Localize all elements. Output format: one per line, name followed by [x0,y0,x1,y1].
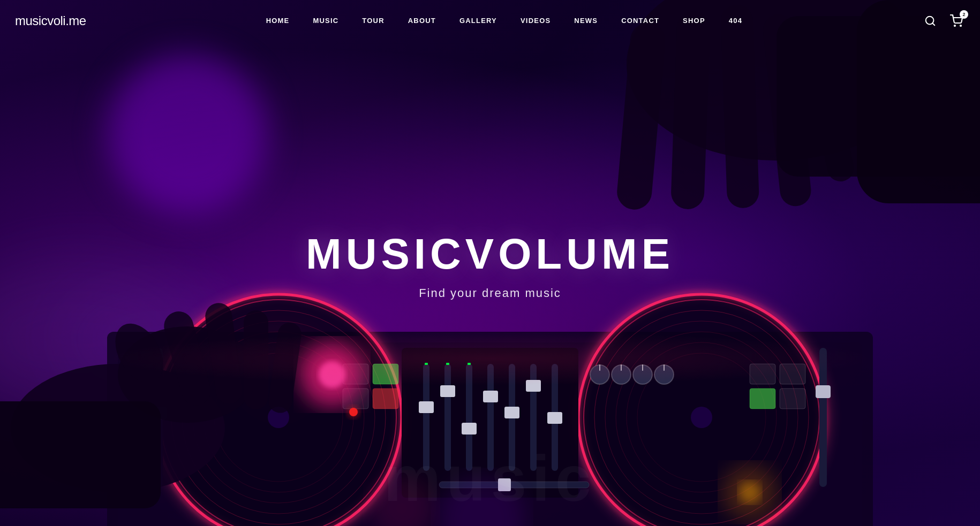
svg-rect-30 [419,401,434,413]
hero-watermark: music [384,441,597,515]
svg-point-85 [347,406,360,418]
nav-item-music[interactable]: MUSIC [301,0,350,41]
main-navigation: HOME MUSIC TOUR ABOUT GALLERY VIDEOS NEW… [86,0,922,41]
svg-rect-80 [446,363,449,365]
site-header: musicvoli.me HOME MUSIC TOUR ABOUT GALLE… [0,0,980,41]
hero-subtitle: Find your dream music [306,286,674,300]
nav-item-videos[interactable]: VIDEOS [509,0,562,41]
nav-item-shop[interactable]: SHOP [671,0,717,41]
svg-rect-32 [462,423,477,434]
search-button[interactable] [922,13,938,29]
svg-point-90 [954,25,955,26]
svg-rect-34 [504,407,519,418]
svg-rect-61 [816,385,831,398]
svg-point-83 [739,482,760,503]
svg-point-19 [691,407,712,428]
svg-rect-78 [107,332,873,385]
nav-item-gallery[interactable]: GALLERY [448,0,509,41]
nav-item-news[interactable]: NEWS [562,0,609,41]
svg-rect-57 [780,388,805,409]
svg-rect-40 [373,388,398,409]
cart-badge: 2 [960,10,968,19]
logo-text: musicvoli.me [15,13,86,28]
svg-rect-33 [483,391,498,402]
nav-item-404[interactable]: 404 [717,0,754,41]
search-icon [924,15,936,27]
svg-rect-56 [750,388,775,409]
svg-line-89 [932,23,934,25]
hero-content: MUSICVOLUME Find your dream music [306,233,674,300]
svg-point-91 [960,25,961,26]
header-icons: 2 [922,12,965,29]
svg-rect-69 [0,401,161,508]
svg-rect-79 [425,363,428,365]
nav-item-tour[interactable]: TOUR [350,0,396,41]
nav-item-about[interactable]: ABOUT [396,0,448,41]
svg-rect-31 [440,385,455,397]
cart-button[interactable]: 2 [948,12,965,29]
nav-item-contact[interactable]: CONTACT [609,0,671,41]
hero-section: MUSICVOLUME Find your dream music music … [0,0,980,526]
svg-rect-81 [468,363,471,365]
hero-title: MUSICVOLUME [306,233,674,276]
svg-rect-36 [547,412,562,424]
site-logo[interactable]: musicvoli.me [15,13,86,28]
nav-item-home[interactable]: HOME [254,0,301,41]
